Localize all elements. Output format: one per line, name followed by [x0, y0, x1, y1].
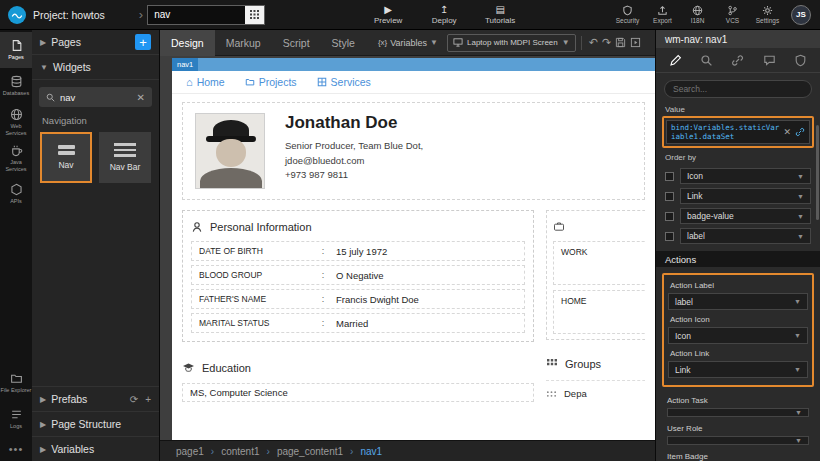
chevron-down-icon: ▼ — [562, 38, 570, 47]
add-prefab-icon[interactable]: + — [145, 394, 151, 405]
undo-icon[interactable]: ↶ — [589, 36, 598, 49]
checkbox[interactable] — [665, 212, 674, 221]
variables-dropdown[interactable]: {x} Variables ▼ — [378, 38, 438, 48]
tab-search[interactable] — [696, 52, 717, 69]
selected-nav-widget[interactable]: nav1 — [172, 58, 655, 71]
export-button[interactable]: Export — [645, 5, 680, 24]
clear-search-icon[interactable]: ✕ — [137, 92, 145, 103]
order-option-dropdown[interactable]: badge-value ▼ — [680, 208, 811, 224]
checkbox[interactable] — [665, 232, 674, 241]
add-page-button[interactable]: + — [135, 34, 151, 50]
user-role-select[interactable]: ▼ — [667, 436, 809, 445]
rail-item-logs[interactable]: Logs — [0, 401, 32, 437]
widget-grid-icon[interactable] — [245, 6, 264, 24]
education-item[interactable]: MS, Computer Science — [182, 383, 534, 402]
action-label-select[interactable]: label ▼ — [668, 293, 808, 310]
deploy-button[interactable]: ↥ Deploy — [416, 5, 472, 25]
rail-item-java-services[interactable]: Java Services — [0, 140, 32, 176]
widgets-section-header[interactable]: ▼ Widgets — [32, 55, 159, 80]
breadcrumb-page-content1[interactable]: page_content1 — [277, 446, 343, 457]
tab-markup[interactable]: Markup — [215, 30, 272, 56]
address-row-work[interactable]: WORK — [553, 241, 645, 285]
info-row[interactable]: MARITAL STATUS : Married — [191, 313, 525, 333]
more-icon[interactable]: ••• — [9, 437, 24, 461]
property-search-box[interactable] — [664, 80, 812, 98]
tab-design[interactable]: Design — [160, 30, 215, 56]
info-label: MARITAL STATUS — [192, 318, 310, 328]
refresh-icon[interactable]: ⟳ — [130, 394, 138, 405]
tab-security[interactable] — [790, 52, 811, 69]
prefabs-section-header[interactable]: ▶ Prefabs ⟳ + — [32, 386, 159, 411]
info-row[interactable]: BLOOD GROUP : O Negative — [191, 265, 525, 285]
info-row[interactable]: DATE OF BIRTH : 15 july 1972 — [191, 241, 525, 261]
breadcrumb-page1[interactable]: page1 — [176, 446, 204, 457]
order-option-label: Link — [687, 191, 703, 201]
wavemaker-logo[interactable] — [8, 6, 26, 24]
variables-section-header[interactable]: ▶ Variables — [32, 436, 159, 461]
preview-button[interactable]: ▶ Preview — [360, 5, 416, 25]
vcs-button[interactable]: VCS — [715, 5, 750, 24]
tab-bindings[interactable] — [727, 52, 748, 69]
vcs-label: VCS — [726, 17, 739, 24]
checkbox[interactable] — [665, 192, 674, 201]
tutorials-button[interactable]: ▤ Tutorials — [472, 5, 528, 25]
tab-style[interactable]: Style — [321, 30, 366, 56]
rail-item-databases[interactable]: Databases — [0, 68, 32, 104]
value-bind-text[interactable]: bind:Variables.staticVariable1.dataSet — [671, 123, 779, 141]
device-selector[interactable]: Laptop with MDPI Screen ▼ — [447, 34, 576, 52]
rail-item-file-explorer[interactable]: File Explorer — [0, 365, 32, 401]
widget-search-box[interactable]: ✕ — [39, 87, 152, 107]
address-row-home[interactable]: HOME — [553, 290, 645, 334]
tab-script[interactable]: Script — [272, 30, 321, 56]
design-canvas[interactable]: nav1 ⌂ Home Projects Services Jonathan D… — [172, 58, 655, 440]
group-item[interactable]: Depa — [546, 380, 645, 399]
widget-search-input[interactable] — [60, 92, 132, 103]
personal-info-panel[interactable]: Personal Information DATE OF BIRTH : 15 … — [182, 210, 534, 342]
value-bind-input[interactable]: bind:Variables.staticVariable1.dataSet ✕ — [666, 120, 810, 144]
tab-properties[interactable] — [665, 52, 686, 69]
nav-item-projects[interactable]: Projects — [245, 76, 297, 88]
breadcrumb-content1[interactable]: content1 — [221, 446, 259, 457]
settings-button[interactable]: Settings — [750, 5, 785, 24]
order-by-label: Order by — [665, 153, 811, 162]
rail-label: File Explorer — [1, 387, 32, 393]
widget-tile-nav[interactable]: Nav — [40, 132, 92, 183]
widget-insert-box[interactable] — [147, 5, 265, 25]
order-option-dropdown[interactable]: label ▼ — [680, 228, 811, 244]
profile-card[interactable]: Jonathan Doe Senior Producer, Team Blue … — [182, 102, 645, 200]
action-link-select[interactable]: Link ▼ — [668, 361, 808, 378]
rail-item-web-services[interactable]: Web Services — [0, 104, 32, 140]
education-panel[interactable]: Education MS, Computer Science — [182, 358, 534, 402]
order-option-dropdown[interactable]: Icon ▼ — [680, 168, 811, 184]
breadcrumb-nav1[interactable]: nav1 — [360, 446, 382, 457]
groups-panel[interactable]: Groups Depa — [546, 354, 645, 399]
security-button[interactable]: Security — [610, 5, 645, 24]
save-icon[interactable] — [615, 37, 626, 48]
deploy-icon: ↥ — [440, 5, 448, 15]
nav-widget[interactable]: ⌂ Home Projects Services — [172, 71, 655, 94]
redo-icon[interactable]: ↷ — [602, 36, 611, 49]
i18n-button[interactable]: I18N — [680, 5, 715, 24]
checkbox[interactable] — [665, 172, 674, 181]
pages-section-header[interactable]: ▶ Pages + — [32, 30, 159, 55]
address-panel[interactable]: WORK HOME — [546, 210, 645, 340]
page-structure-section-header[interactable]: ▶ Page Structure — [32, 411, 159, 436]
clear-bind-icon[interactable]: ✕ — [783, 127, 791, 137]
info-row[interactable]: FATHER'S NAME : Francis Dwight Doe — [191, 289, 525, 309]
tab-events[interactable] — [759, 52, 780, 69]
scrollbar-thumb[interactable] — [816, 125, 819, 220]
nav-item-home[interactable]: ⌂ Home — [186, 76, 225, 88]
actions-section-header[interactable]: Actions — [656, 251, 820, 267]
bind-link-icon[interactable] — [795, 127, 805, 137]
action-task-select[interactable]: ▼ — [667, 408, 809, 417]
rail-item-pages[interactable]: Pages — [0, 32, 32, 68]
widget-insert-input[interactable] — [148, 9, 245, 20]
property-search-input[interactable] — [673, 84, 803, 94]
order-option-dropdown[interactable]: Link ▼ — [680, 188, 811, 204]
action-icon-select[interactable]: Icon ▼ — [668, 327, 808, 344]
nav-item-services[interactable]: Services — [317, 76, 371, 88]
widget-tile-navbar[interactable]: Nav Bar — [99, 132, 151, 183]
run-icon[interactable] — [630, 37, 641, 48]
rail-item-apis[interactable]: APIs — [0, 176, 32, 212]
user-avatar[interactable]: JS — [791, 5, 811, 25]
